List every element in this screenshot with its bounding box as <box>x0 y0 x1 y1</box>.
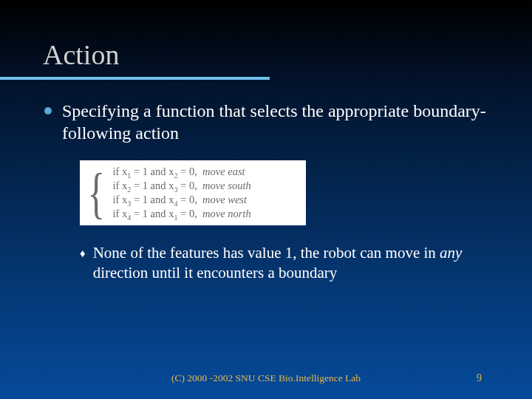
title-underline <box>0 77 270 80</box>
rules-box: { if x1 = 1 and x2 = 0, move east if x2 … <box>80 160 306 225</box>
rule-row: if x4 = 1 and x1 = 0, move north <box>112 207 250 221</box>
bullet-dot-icon <box>44 107 52 115</box>
rule-row: if x1 = 1 and x2 = 0, move east <box>112 165 250 179</box>
slide: Action Specifying a function that select… <box>0 0 532 399</box>
rules-lines: if x1 = 1 and x2 = 0, move east if x2 = … <box>112 165 250 221</box>
brace-icon: { <box>87 165 105 221</box>
rule-row: if x3 = 1 and x4 = 0, move west <box>112 193 250 207</box>
slide-title: Action <box>43 38 119 71</box>
page-number: 9 <box>477 372 482 384</box>
footer-text: (C) 2000 -2002 SNU CSE Bio.Intelligence … <box>0 372 532 384</box>
bullet1-text: Specifying a function that selects the a… <box>62 100 488 144</box>
bullet-level2: ♦ None of the features has value 1, the … <box>80 243 488 284</box>
diamond-bullet-icon: ♦ <box>80 248 86 260</box>
slide-body: Specifying a function that selects the a… <box>44 100 488 284</box>
bullet-level1: Specifying a function that selects the a… <box>44 100 488 144</box>
rule-row: if x2 = 1 and x3 = 0, move south <box>112 179 250 193</box>
bullet2-text: None of the features has value 1, the ro… <box>93 243 488 284</box>
